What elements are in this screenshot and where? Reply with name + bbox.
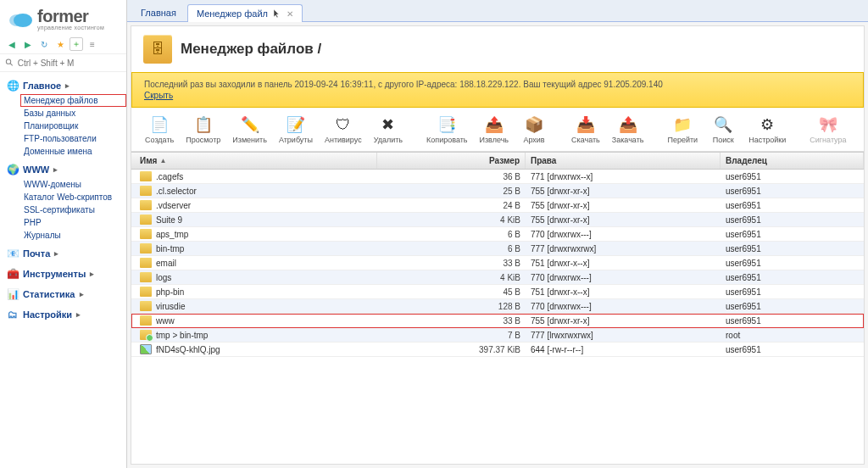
- list-button[interactable]: ≡: [86, 37, 99, 51]
- table-row[interactable]: tmp > bin-tmp 7 B 777 [lrwxrwxrwx] root: [131, 328, 864, 343]
- header-size[interactable]: Размер: [377, 153, 526, 169]
- create-icon: 📄: [149, 114, 170, 135]
- table-row[interactable]: bin-tmp 6 B 777 [drwxrwxrwx] user6951: [131, 242, 864, 256]
- view-button[interactable]: 📋Просмотр: [181, 111, 225, 148]
- table-row[interactable]: .cl.selector 25 B 755 [drwxr-xr-x] user6…: [131, 184, 864, 198]
- logo: former управление хостингом: [0, 0, 126, 35]
- delete-button[interactable]: ✖Удалить: [369, 111, 408, 148]
- menu-item[interactable]: Базы данных: [20, 107, 126, 120]
- settings-button[interactable]: ⚙Настройки: [743, 111, 791, 148]
- search-button[interactable]: 🔍Поиск: [704, 111, 742, 148]
- search-input[interactable]: [18, 58, 121, 68]
- action-label: Антивирус: [325, 136, 362, 144]
- menu-item[interactable]: PHP: [20, 216, 126, 229]
- table-row[interactable]: .cagefs 36 B 771 [drwxrwx--x] user6951: [131, 170, 864, 184]
- file-name: tmp > bin-tmp: [156, 331, 208, 340]
- create-button[interactable]: 📄Создать: [140, 111, 179, 148]
- header-owner[interactable]: Владелец: [721, 153, 864, 169]
- chevron-icon: ▸: [80, 290, 84, 298]
- add-button[interactable]: ＋: [70, 37, 83, 51]
- table-row[interactable]: virusdie 128 B 770 [drwxrwx---] user6951: [131, 299, 864, 314]
- action-label: Закачать: [612, 136, 644, 144]
- close-icon[interactable]: ✕: [287, 9, 293, 19]
- header-name[interactable]: Имя▲: [131, 153, 377, 169]
- file-perm: 755 [drwxr-xr-x]: [526, 213, 721, 226]
- menu-item[interactable]: Менеджер файлов: [20, 94, 126, 107]
- download-button[interactable]: 📥Скачать: [566, 111, 605, 148]
- table-row[interactable]: aps_tmp 6 B 770 [drwxrwx---] user6951: [131, 227, 864, 242]
- menu-item[interactable]: Каталог Web-скриптов: [20, 191, 126, 203]
- file-size: 7 B: [377, 328, 526, 342]
- tab[interactable]: Главная: [131, 3, 186, 21]
- menu-section-главное[interactable]: 🌐Главное▸: [0, 77, 126, 94]
- file-owner: user6951: [721, 213, 864, 226]
- table-header: Имя▲ Размер Права Владелец: [131, 152, 864, 170]
- main-area: ГлавнаяМенеджер файл✕ 🗄 Менеджер файлов …: [127, 0, 868, 468]
- tab[interactable]: Менеджер файл✕: [187, 4, 303, 22]
- attrs-button[interactable]: 📝Атрибуты: [274, 111, 318, 148]
- table-row[interactable]: logs 4 KiB 770 [drwxrwx---] user6951: [131, 270, 864, 285]
- file-perm: 644 [-rw-r--r--]: [526, 343, 721, 356]
- section-icon: 🧰: [7, 268, 19, 280]
- file-size: 397.37 KiB: [377, 343, 526, 356]
- file-owner: user6951: [721, 299, 864, 313]
- table-row[interactable]: Suite 9 4 KiB 755 [drwxr-xr-x] user6951: [131, 213, 864, 227]
- file-name: bin-tmp: [156, 244, 184, 254]
- upload-icon: 📤: [618, 114, 638, 135]
- edit-button[interactable]: ✏️Изменить: [227, 111, 272, 148]
- file-perm: 755 [drwxr-xr-x]: [526, 184, 721, 198]
- av-icon: 🛡: [333, 114, 353, 135]
- menu-section-статистика[interactable]: 📊Статистика▸: [0, 286, 126, 303]
- table-row[interactable]: .vdserver 24 B 755 [drwxr-xr-x] user6951: [131, 198, 864, 213]
- menu-section-www[interactable]: 🌍WWW▸: [0, 161, 126, 178]
- menu-section-настройки[interactable]: 🗂Настройки▸: [0, 306, 126, 323]
- menu-item[interactable]: SSL-сертификаты: [20, 203, 126, 216]
- table-row[interactable]: fND4sQ-khlQ.jpg 397.37 KiB 644 [-rw-r--r…: [131, 343, 864, 357]
- file-owner: user6951: [721, 184, 864, 198]
- action-label: Архив: [523, 136, 544, 144]
- av-button[interactable]: 🛡Антивирус: [320, 111, 367, 148]
- favorite-button[interactable]: ★: [53, 37, 67, 51]
- copy-button[interactable]: 📑Копировать: [421, 111, 472, 148]
- attrs-icon: 📝: [286, 114, 306, 135]
- menu-item[interactable]: Планировщик: [20, 120, 126, 132]
- table-row[interactable]: php-bin 45 B 751 [drwxr-x--x] user6951: [131, 285, 864, 299]
- settings-icon: ⚙: [757, 114, 777, 135]
- archive-button[interactable]: 📦Архив: [515, 111, 553, 148]
- tmp-icon: [140, 330, 152, 340]
- menu-item[interactable]: Журналы: [20, 229, 126, 242]
- chevron-icon: ▸: [65, 81, 70, 90]
- table-row[interactable]: email 33 B 751 [drwxr-x--x] user6951: [131, 256, 864, 270]
- menu-section-инструменты[interactable]: 🧰Инструменты▸: [0, 265, 126, 282]
- menu-item[interactable]: Доменные имена: [20, 145, 126, 158]
- section-icon: 🗂: [7, 309, 19, 320]
- menu-section-почта[interactable]: 📧Почта▸: [0, 245, 126, 262]
- menu-item[interactable]: FTP-пользователи: [20, 132, 126, 145]
- hide-notice-link[interactable]: Скрыть: [144, 91, 173, 100]
- extract-button[interactable]: 📤Извлечь: [475, 111, 515, 148]
- forward-button[interactable]: ▶: [21, 37, 35, 51]
- file-perm: 755 [drwxr-xr-x]: [526, 198, 721, 212]
- file-owner: user6951: [721, 170, 864, 183]
- goto-button[interactable]: 📁Перейти: [662, 111, 703, 148]
- chevron-icon: ▸: [90, 270, 94, 278]
- table-row[interactable]: www 33 B 755 [drwxr-xr-x] user6951: [131, 314, 864, 328]
- back-button[interactable]: ◀: [5, 37, 19, 51]
- menu-item[interactable]: WWW-домены: [20, 178, 126, 191]
- extract-icon: 📤: [484, 114, 504, 135]
- section-icon: 🌍: [7, 164, 19, 176]
- action-label: Просмотр: [186, 136, 220, 144]
- section-title: Главное: [23, 81, 61, 91]
- section-title: Статистика: [23, 289, 75, 299]
- refresh-button[interactable]: ↻: [37, 37, 51, 51]
- file-name: email: [156, 259, 176, 268]
- header-perm[interactable]: Права: [526, 153, 721, 169]
- quick-search: [0, 54, 126, 72]
- section-title: WWW: [23, 164, 49, 175]
- file-perm: 777 [drwxrwxrwx]: [526, 242, 721, 255]
- file-name: www: [156, 316, 175, 326]
- file-perm: 755 [drwxr-xr-x]: [526, 314, 721, 327]
- file-owner: user6951: [721, 227, 864, 241]
- folder-icon: [140, 243, 152, 254]
- upload-button[interactable]: 📤Закачать: [607, 111, 649, 148]
